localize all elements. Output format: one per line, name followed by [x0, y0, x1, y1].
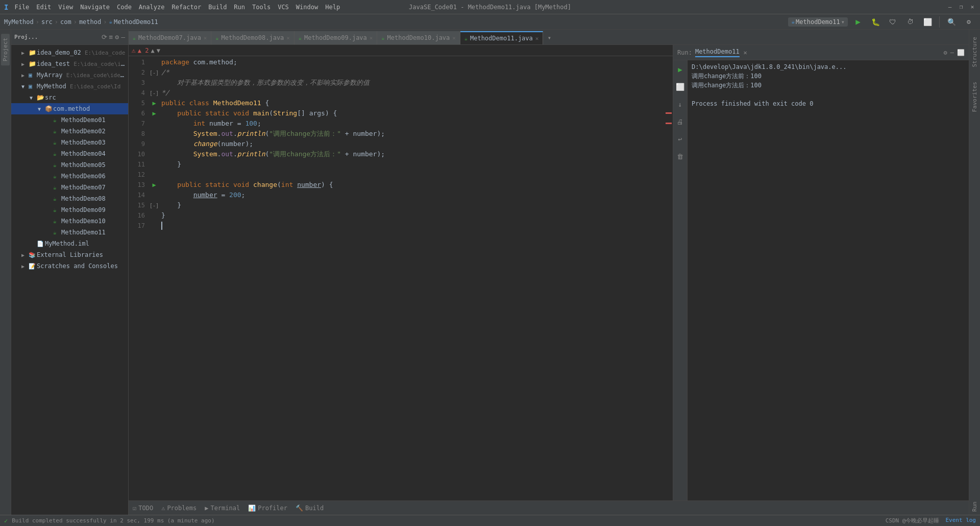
- stop-button[interactable]: ⬜: [920, 15, 935, 29]
- sidebar-item-mymethod[interactable]: ▼ ▣ MyMethod E:\idea_code\Id: [11, 81, 128, 92]
- sidebar-icon-3[interactable]: ⚙: [115, 33, 119, 41]
- run-config-dropdown[interactable]: ☕ MethodDemo11 ▾: [788, 17, 848, 27]
- expand-arrow[interactable]: ▶: [21, 61, 29, 67]
- soft-wrap-button[interactable]: ↩: [673, 132, 688, 146]
- expand-arrow[interactable]: ▶: [21, 264, 29, 269]
- error-stripe[interactable]: [666, 123, 672, 124]
- profile-button[interactable]: ⏱: [903, 15, 917, 29]
- run-tab-active[interactable]: MethodDemo11: [695, 48, 740, 57]
- settings-button[interactable]: ⚙: [962, 15, 976, 29]
- search-everywhere-button[interactable]: 🔍: [944, 15, 959, 29]
- run-tab-close[interactable]: ✕: [744, 49, 747, 56]
- sidebar-item-idea-demo-02[interactable]: ▶ 📁 idea_demo_02 E:\idea_code: [11, 47, 128, 58]
- menu-bar[interactable]: File Edit View Navigate Code Analyze Ref…: [14, 4, 340, 11]
- menu-build[interactable]: Build: [208, 4, 227, 11]
- error-stripe[interactable]: [666, 112, 672, 114]
- bc-item-src[interactable]: src: [41, 18, 53, 26]
- sidebar-item-external-libs[interactable]: ▶ 📚 External Libraries: [11, 249, 128, 260]
- run-minimize-icon[interactable]: —: [950, 49, 954, 56]
- code-editor[interactable]: package com.method; /* 对于基本数据类型的参数，形式参数的…: [159, 56, 665, 500]
- sidebar-item-methoddemo04[interactable]: ☕ MethodDemo04: [11, 148, 128, 159]
- sidebar-item-methoddemo08[interactable]: ☕ MethodDemo08: [11, 193, 128, 204]
- fold-marker[interactable]: [-]: [150, 70, 159, 76]
- run-expand-icon[interactable]: ⬜: [957, 49, 965, 56]
- sidebar-item-methoddemo05[interactable]: ☕ MethodDemo05: [11, 159, 128, 171]
- sidebar-item-methoddemo10[interactable]: ☕ MethodDemo10: [11, 216, 128, 227]
- sidebar-item-myarray[interactable]: ▶ ▣ MyArray E:\idea_code\ideal: [11, 69, 128, 81]
- run-marker-5[interactable]: ▶: [149, 98, 159, 108]
- sidebar-icon-2[interactable]: ≡: [109, 33, 113, 41]
- project-tab[interactable]: Project: [1, 34, 10, 65]
- event-log-link[interactable]: Event log: [945, 517, 976, 524]
- problems-tab[interactable]: ⚠ Problems: [161, 505, 197, 512]
- run-marker-6[interactable]: ▶: [149, 108, 159, 118]
- error-nav-down[interactable]: ▼: [157, 47, 160, 54]
- sidebar-item-methoddemo02[interactable]: ☕ MethodDemo02: [11, 126, 128, 137]
- expand-arrow[interactable]: ▼: [38, 106, 45, 112]
- maximize-button[interactable]: ❐: [958, 4, 965, 11]
- menu-navigate[interactable]: Navigate: [80, 4, 110, 11]
- minimize-button[interactable]: —: [946, 4, 953, 11]
- clear-button[interactable]: 🗑: [673, 149, 688, 163]
- tab-methoddemo10[interactable]: ☕ MethodDemo10.java ✕: [377, 31, 460, 44]
- expand-arrow[interactable]: ▼: [30, 95, 37, 101]
- tab-close-button[interactable]: ✕: [370, 35, 373, 41]
- tab-overflow-button[interactable]: ▾: [543, 31, 555, 44]
- favorites-tab[interactable]: Favorites: [970, 79, 979, 115]
- menu-edit[interactable]: Edit: [36, 4, 51, 11]
- run-icon[interactable]: ▶: [152, 100, 156, 107]
- bc-item-file[interactable]: ☕ MethodDemo11: [109, 18, 158, 26]
- bc-item-method[interactable]: method: [79, 18, 101, 26]
- tab-close-button[interactable]: ✕: [286, 35, 290, 41]
- sidebar-item-methoddemo11[interactable]: ☕ MethodDemo11: [11, 227, 128, 238]
- error-nav-up[interactable]: ▲: [151, 47, 155, 54]
- menu-tools[interactable]: Tools: [252, 4, 271, 11]
- sidebar-item-methoddemo06[interactable]: ☕ MethodDemo06: [11, 171, 128, 182]
- structure-tab[interactable]: Structure: [970, 34, 979, 70]
- sidebar-item-mymethod-iml[interactable]: 📄 MyMethod.iml: [11, 238, 128, 249]
- code-line-17[interactable]: [159, 221, 665, 231]
- tab-methoddemo09[interactable]: ☕ MethodDemo09.java ✕: [295, 31, 377, 44]
- tab-methoddemo08[interactable]: ☕ MethodDemo08.java ✕: [211, 31, 294, 44]
- tab-close-button[interactable]: ✕: [535, 35, 539, 42]
- menu-analyze[interactable]: Analyze: [139, 4, 165, 11]
- run-marker-13[interactable]: ▶: [149, 180, 159, 190]
- run-settings-icon[interactable]: ⚙: [944, 49, 947, 56]
- todo-tab[interactable]: ☑ TODO: [133, 505, 153, 512]
- sidebar-icon-1[interactable]: ⟳: [102, 33, 107, 41]
- sidebar-item-methoddemo03[interactable]: ☕ MethodDemo03: [11, 137, 128, 148]
- menu-view[interactable]: View: [58, 4, 73, 11]
- tab-methoddemo11[interactable]: ☕ MethodDemo11.java ✕: [460, 31, 543, 44]
- menu-window[interactable]: Window: [296, 4, 318, 11]
- profiler-tab[interactable]: 📊 Profiler: [248, 505, 287, 512]
- terminal-tab[interactable]: ▶ Terminal: [205, 505, 240, 512]
- bc-item-com[interactable]: com: [60, 18, 71, 26]
- sidebar-item-methoddemo07[interactable]: ☕ MethodDemo07: [11, 182, 128, 193]
- menu-code[interactable]: Code: [117, 4, 132, 11]
- stop-run-button[interactable]: ⬜: [673, 80, 688, 94]
- sidebar-item-scratches[interactable]: ▶ 📝 Scratches and Consoles: [11, 260, 128, 272]
- print-button[interactable]: 🖨: [673, 114, 688, 129]
- expand-arrow[interactable]: ▶: [21, 50, 29, 56]
- tab-close-button[interactable]: ✕: [452, 35, 456, 41]
- bc-item-mymethod[interactable]: MyMethod: [4, 18, 34, 26]
- sidebar-item-src[interactable]: ▼ 📂 src: [11, 92, 128, 103]
- window-controls[interactable]: — ❐ ✕: [946, 4, 976, 11]
- menu-help[interactable]: Help: [325, 4, 340, 11]
- expand-arrow[interactable]: ▶: [21, 252, 29, 258]
- menu-refactor[interactable]: Refactor: [172, 4, 201, 11]
- rerun-button[interactable]: ▶: [673, 62, 688, 77]
- menu-vcs[interactable]: VCS: [278, 4, 289, 11]
- run-icon[interactable]: ▶: [152, 110, 156, 117]
- sidebar-item-com-method[interactable]: ▼ 📦 com.method: [11, 103, 128, 114]
- sidebar-item-methoddemo09[interactable]: ☕ MethodDemo09: [11, 204, 128, 216]
- scroll-end-button[interactable]: ↓: [673, 97, 688, 111]
- sidebar-header-icons[interactable]: ⟳ ≡ ⚙ —: [102, 33, 125, 41]
- menu-run[interactable]: Run: [234, 4, 245, 11]
- close-button[interactable]: ✕: [969, 4, 976, 11]
- run-button[interactable]: ▶: [851, 15, 865, 29]
- expand-arrow[interactable]: ▼: [21, 84, 29, 89]
- sidebar-item-methoddemo01[interactable]: ☕ MethodDemo01: [11, 114, 128, 126]
- run-icon[interactable]: ▶: [152, 181, 156, 188]
- sidebar-item-idea-test[interactable]: ▶ 📁 idea_test E:\idea_code\idea: [11, 58, 128, 69]
